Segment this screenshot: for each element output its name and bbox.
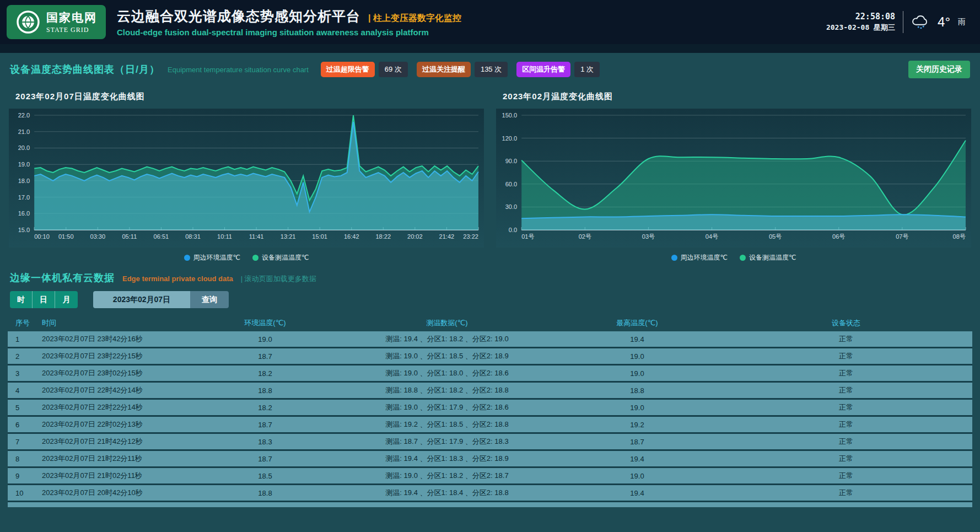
svg-text:00:10: 00:10 (34, 233, 50, 240)
svg-text:20:02: 20:02 (407, 233, 423, 240)
table-header-row: 序号时间环境温度(℃)测温数据(℃)最高温度(℃)设备状态 (8, 315, 972, 331)
table-cell: 19.4 (554, 489, 720, 497)
date-input[interactable] (93, 291, 190, 308)
clock-time: 22:58:08 (826, 12, 895, 22)
svg-text:150.0: 150.0 (502, 112, 518, 119)
table-cell: 18.2 (191, 369, 340, 378)
legend-label: 设备测温温度℃ (749, 253, 796, 262)
monthly-chart-legend: 周边环境温度℃设备测温温度℃ (496, 253, 971, 262)
weather-condition: 雨 (958, 17, 966, 27)
svg-text:18.0: 18.0 (18, 178, 30, 184)
svg-text:06:51: 06:51 (154, 233, 169, 240)
period-toggle: 时日月 (10, 291, 78, 308)
legend-item[interactable]: 设备测温温度℃ (740, 253, 796, 262)
svg-text:90.0: 90.0 (505, 158, 518, 164)
table-cell: 测温: 18.7 、分区1: 17.9 、分区2: 18.3 (340, 437, 554, 447)
period-button-hour[interactable]: 时 (10, 291, 33, 308)
table-cell: 18.7 (191, 421, 340, 429)
table-row: 82023年02月07日 21时22分11秒18.7测温: 19.4 、分区1:… (8, 451, 972, 468)
table-body: 12023年02月07日 23时42分16秒19.0测温: 19.4 、分区1:… (8, 331, 972, 502)
svg-text:18:22: 18:22 (375, 233, 391, 240)
svg-text:05:11: 05:11 (122, 233, 137, 240)
table-cell: 4 (8, 386, 36, 395)
table-cell: 18.7 (554, 438, 720, 446)
table-row: 52023年02月07日 22时22分14秒18.2测温: 19.0 、分区1:… (8, 400, 972, 417)
svg-text:30.0: 30.0 (505, 203, 518, 210)
close-history-button[interactable]: 关闭历史记录 (908, 61, 970, 78)
svg-text:120.0: 120.0 (502, 135, 518, 142)
alarm-badge-count: 1 次 (574, 62, 600, 77)
daily-chart-panel: 2023年02月07日温度变化曲线图 15.016.017.018.019.02… (9, 83, 484, 262)
table-cell: 正常 (720, 488, 972, 498)
svg-text:10:11: 10:11 (217, 233, 232, 240)
table-cell: 19.0 (554, 369, 720, 378)
period-button-day[interactable]: 日 (33, 291, 55, 308)
table-cell: 18.8 (554, 386, 720, 395)
legend-label: 周边环境温度℃ (193, 253, 240, 262)
period-button-month[interactable]: 月 (55, 291, 78, 308)
clock: 22:58:08 2023-02-08 星期三 (826, 12, 895, 33)
table-row: 102023年02月07日 20时42分10秒18.8测温: 19.4 、分区1… (8, 485, 972, 502)
table-cell: 2023年02月07日 21时42分12秒 (36, 437, 191, 447)
table-cell: 2023年02月07日 22时42分14秒 (36, 385, 191, 395)
query-button[interactable]: 查询 (190, 291, 229, 308)
daily-temperature-chart[interactable]: 15.016.017.018.019.020.021.022.000:1001:… (9, 109, 484, 248)
table-cell: 正常 (720, 385, 972, 395)
svg-text:01号: 01号 (521, 233, 534, 240)
table-cell: 19.0 (554, 472, 720, 480)
table-cell: 正常 (720, 471, 972, 481)
table-cell: 18.3 (191, 438, 340, 446)
table-cell: 19.2 (554, 421, 720, 429)
dashboard-main: 设备温度态势曲线图表（日/月） Equipment temperature si… (0, 53, 980, 532)
table-cell: 10 (8, 489, 36, 497)
logo-cn: 国家电网 (46, 10, 97, 25)
table-cell: 19.0 (191, 335, 340, 343)
weather-temp: 4° (938, 14, 950, 30)
title-block: 云边融合双光谱成像态势感知分析平台 | 柱上变压器数字化监控 Cloud-edg… (117, 7, 461, 37)
table-cell: 2 (8, 352, 36, 361)
date-query-group: 查询 (93, 291, 229, 308)
table-row: 42023年02月07日 22时42分14秒18.8测温: 18.8 、分区1:… (8, 383, 972, 400)
table-cell: 2023年02月07日 22时02分13秒 (36, 420, 191, 429)
legend-dot-icon (184, 255, 190, 261)
table-cell: 正常 (720, 368, 972, 378)
alarm-badges: 过温超限告警69 次过温关注提醒135 次区间温升告警1 次 (321, 62, 609, 77)
svg-text:0.0: 0.0 (509, 227, 517, 233)
svg-text:21.0: 21.0 (18, 128, 30, 135)
svg-text:16.0: 16.0 (18, 210, 30, 217)
chart-section: 设备温度态势曲线图表（日/月） Equipment temperature si… (0, 53, 980, 262)
svg-text:13:21: 13:21 (281, 233, 296, 240)
state-grid-emblem-icon (15, 9, 41, 35)
legend-item[interactable]: 周边环境温度℃ (184, 253, 240, 262)
logo-text: 国家电网 STATE GRID (46, 10, 97, 34)
svg-text:16:42: 16:42 (344, 233, 359, 240)
rain-cloud-icon (911, 14, 930, 30)
table-cell: 6 (8, 421, 36, 429)
monthly-temperature-chart[interactable]: 0.030.060.090.0120.0150.001号02号03号04号05号… (496, 109, 971, 248)
daily-chart-title: 2023年02月07日温度变化曲线图 (15, 92, 484, 102)
table-cell: 测温: 19.0 、分区1: 18.5 、分区2: 18.9 (340, 351, 554, 361)
charts-row: 2023年02月07日温度变化曲线图 15.016.017.018.019.02… (0, 82, 980, 262)
column-header: 时间 (36, 318, 191, 328)
legend-dot-icon (671, 255, 677, 261)
legend-item[interactable]: 设备测温温度℃ (252, 253, 309, 262)
monthly-chart-title: 2023年02月温度变化曲线图 (503, 92, 971, 102)
svg-text:06号: 06号 (832, 233, 845, 240)
column-header: 测温数据(℃) (340, 318, 554, 328)
table-row: 62023年02月07日 22时02分13秒18.7测温: 19.2 、分区1:… (8, 417, 972, 434)
table-cell: 正常 (720, 454, 972, 464)
legend-item[interactable]: 周边环境温度℃ (671, 253, 728, 262)
table-cell: 测温: 19.0 、分区1: 18.2 、分区2: 18.7 (340, 471, 554, 481)
table-cell: 测温: 18.8 、分区1: 18.2 、分区2: 18.8 (340, 385, 554, 395)
table-cell: 5 (8, 404, 36, 412)
table-cell: 3 (8, 369, 36, 378)
table-cell: 正常 (720, 402, 972, 412)
table-cell: 18.7 (191, 455, 340, 463)
table-cell: 正常 (720, 437, 972, 447)
svg-text:08号: 08号 (953, 233, 966, 240)
svg-text:11:41: 11:41 (249, 233, 264, 240)
table-cell: 测温: 19.0 、分区1: 18.0 、分区2: 18.6 (340, 368, 554, 378)
svg-text:08:31: 08:31 (185, 233, 201, 240)
top-header: 国家电网 STATE GRID 云边融合双光谱成像态势感知分析平台 | 柱上变压… (0, 0, 980, 44)
cloud-data-table: 序号时间环境温度(℃)测温数据(℃)最高温度(℃)设备状态 12023年02月0… (8, 315, 972, 507)
